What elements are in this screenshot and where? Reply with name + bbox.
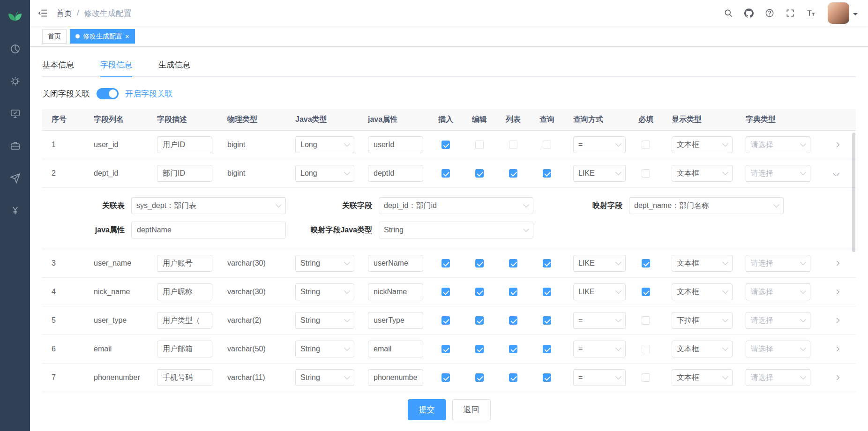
display-type-select[interactable]: 文本框 bbox=[672, 165, 733, 182]
breadcrumb-home[interactable]: 首页 bbox=[56, 8, 72, 19]
query-type-select[interactable]: LIKE bbox=[573, 283, 626, 300]
edit-checkbox[interactable] bbox=[475, 345, 484, 353]
column-desc-input[interactable] bbox=[157, 341, 212, 357]
expand-icon[interactable] bbox=[832, 171, 839, 176]
list-checkbox[interactable] bbox=[509, 345, 517, 353]
query-type-select[interactable]: = bbox=[573, 136, 626, 153]
fullscreen-button[interactable] bbox=[780, 0, 801, 26]
column-desc-input[interactable] bbox=[157, 255, 212, 272]
sidebar-item-send[interactable] bbox=[0, 162, 30, 194]
table-scrollbar[interactable] bbox=[852, 133, 855, 252]
required-checkbox[interactable] bbox=[642, 169, 650, 178]
sidebar-item-system[interactable] bbox=[0, 65, 30, 97]
dict-type-select[interactable]: 请选择 bbox=[746, 165, 810, 182]
display-type-select[interactable]: 文本框 bbox=[672, 341, 733, 357]
expand-icon[interactable] bbox=[832, 290, 839, 294]
rel-table-select[interactable]: sys_dept：部门表 bbox=[131, 197, 286, 214]
dict-type-select[interactable]: 请选择 bbox=[746, 369, 810, 386]
java-type-select[interactable]: String bbox=[295, 283, 354, 300]
submit-button[interactable]: 提交 bbox=[408, 399, 446, 420]
column-desc-input[interactable] bbox=[157, 165, 212, 182]
insert-checkbox[interactable] bbox=[441, 169, 450, 178]
tag-current-page[interactable]: 修改生成配置 × bbox=[70, 29, 135, 44]
edit-checkbox[interactable] bbox=[475, 288, 484, 296]
edit-checkbox[interactable] bbox=[475, 141, 484, 149]
query-type-select[interactable]: = bbox=[573, 341, 626, 357]
dict-type-select[interactable]: 请选择 bbox=[746, 136, 810, 153]
insert-checkbox[interactable] bbox=[441, 141, 450, 149]
sidebar-collapse-button[interactable] bbox=[30, 0, 56, 26]
query-type-select[interactable]: = bbox=[573, 369, 626, 386]
column-desc-input[interactable] bbox=[157, 369, 212, 386]
sidebar-item-dashboard[interactable] bbox=[0, 33, 30, 65]
sidebar-item-monitor[interactable] bbox=[0, 97, 30, 130]
association-on-label[interactable]: 开启字段关联 bbox=[125, 89, 173, 99]
display-type-select[interactable]: 下拉框 bbox=[672, 312, 733, 329]
required-checkbox[interactable] bbox=[642, 373, 650, 382]
list-checkbox[interactable] bbox=[509, 316, 517, 325]
java-prop-input[interactable] bbox=[368, 136, 423, 153]
insert-checkbox[interactable] bbox=[441, 316, 450, 325]
list-checkbox[interactable] bbox=[509, 259, 517, 268]
insert-checkbox[interactable] bbox=[441, 288, 450, 296]
tag-home[interactable]: 首页 bbox=[42, 29, 67, 44]
java-type-select[interactable]: String bbox=[295, 369, 354, 386]
java-type-select[interactable]: Long bbox=[295, 165, 354, 182]
back-button[interactable]: 返回 bbox=[452, 399, 491, 420]
list-checkbox[interactable] bbox=[509, 373, 517, 382]
query-checkbox[interactable] bbox=[543, 316, 551, 325]
column-desc-input[interactable] bbox=[157, 283, 212, 300]
required-checkbox[interactable] bbox=[642, 288, 650, 296]
list-checkbox[interactable] bbox=[509, 141, 517, 149]
rel-field-select[interactable]: dept_id：部门id bbox=[379, 197, 533, 214]
github-button[interactable] bbox=[739, 0, 759, 26]
java-type-select[interactable]: String bbox=[295, 341, 354, 357]
query-type-select[interactable]: LIKE bbox=[573, 255, 626, 272]
expand-icon[interactable] bbox=[832, 142, 839, 147]
java-prop-input[interactable] bbox=[368, 165, 423, 182]
insert-checkbox[interactable] bbox=[441, 373, 450, 382]
dict-type-select[interactable]: 请选择 bbox=[746, 283, 810, 300]
java-type-select[interactable]: Long bbox=[295, 136, 354, 153]
java-prop-input[interactable] bbox=[368, 255, 423, 272]
user-menu[interactable] bbox=[828, 2, 858, 24]
dict-type-select[interactable]: 请选择 bbox=[746, 341, 810, 357]
expand-icon[interactable] bbox=[832, 318, 839, 323]
tag-close-icon[interactable]: × bbox=[125, 33, 129, 40]
java-prop-input[interactable] bbox=[368, 341, 423, 357]
search-button[interactable] bbox=[718, 0, 739, 26]
edit-checkbox[interactable] bbox=[475, 316, 484, 325]
list-checkbox[interactable] bbox=[509, 169, 517, 178]
query-type-select[interactable]: LIKE bbox=[573, 165, 626, 182]
java-prop-detail-input[interactable] bbox=[131, 222, 286, 238]
dict-type-select[interactable]: 请选择 bbox=[746, 312, 810, 329]
tab-basic-info[interactable]: 基本信息 bbox=[42, 53, 74, 77]
tab-field-info[interactable]: 字段信息 bbox=[100, 53, 132, 77]
query-checkbox[interactable] bbox=[543, 373, 551, 382]
expand-icon[interactable] bbox=[832, 375, 839, 380]
expand-icon[interactable] bbox=[832, 261, 839, 266]
sidebar-item-tools[interactable] bbox=[0, 130, 30, 162]
insert-checkbox[interactable] bbox=[441, 345, 450, 353]
query-checkbox[interactable] bbox=[543, 288, 551, 296]
java-prop-input[interactable] bbox=[368, 312, 423, 329]
query-checkbox[interactable] bbox=[543, 345, 551, 353]
map-java-type-select[interactable]: String bbox=[379, 222, 533, 238]
required-checkbox[interactable] bbox=[642, 141, 650, 149]
font-size-button[interactable] bbox=[801, 0, 821, 26]
edit-checkbox[interactable] bbox=[475, 259, 484, 268]
display-type-select[interactable]: 文本框 bbox=[672, 136, 733, 153]
association-toggle[interactable] bbox=[97, 88, 119, 99]
edit-checkbox[interactable] bbox=[475, 169, 484, 178]
tab-generate-info[interactable]: 生成信息 bbox=[158, 53, 190, 77]
java-type-select[interactable]: String bbox=[295, 255, 354, 272]
insert-checkbox[interactable] bbox=[441, 259, 450, 268]
help-button[interactable] bbox=[759, 0, 780, 26]
query-checkbox[interactable] bbox=[543, 169, 551, 178]
query-type-select[interactable]: = bbox=[573, 312, 626, 329]
map-field-select[interactable]: dept_name：部门名称 bbox=[629, 197, 784, 214]
required-checkbox[interactable] bbox=[642, 316, 650, 325]
display-type-select[interactable]: 文本框 bbox=[672, 369, 733, 386]
column-desc-input[interactable] bbox=[157, 312, 212, 329]
java-type-select[interactable]: String bbox=[295, 312, 354, 329]
